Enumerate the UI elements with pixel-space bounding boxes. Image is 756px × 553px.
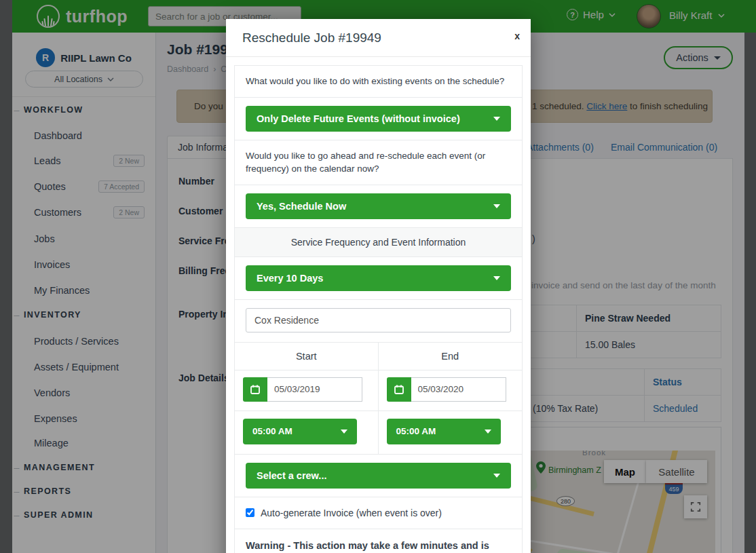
question-existing-events: What would you like to do with existing … [235, 66, 522, 97]
caret-down-icon [341, 430, 347, 434]
modal-title: Reschedule Job #19949 [242, 31, 381, 45]
calendar-icon [250, 384, 261, 395]
calendar-icon [394, 384, 404, 395]
start-date-calendar-button[interactable] [243, 377, 267, 402]
caret-down-icon [493, 276, 500, 280]
start-time-dropdown[interactable]: 05:00 AM [243, 419, 357, 444]
caret-down-icon [493, 204, 500, 208]
caret-down-icon [493, 117, 500, 121]
end-date-input[interactable] [411, 377, 506, 402]
crew-dropdown[interactable]: Select a crew... [246, 463, 511, 489]
end-column-header: End [379, 343, 523, 370]
caret-down-icon [485, 430, 491, 434]
frequency-dropdown[interactable]: Every 10 Days [246, 265, 511, 291]
close-icon[interactable]: x [514, 31, 520, 41]
warning-text: Warning - This action may take a few min… [235, 529, 522, 553]
event-name-input[interactable] [246, 308, 511, 332]
start-date-input[interactable] [267, 377, 362, 402]
auto-generate-invoice-checkbox[interactable] [246, 508, 254, 517]
modal-body: What would you like to do with existing … [234, 65, 523, 553]
caret-down-icon [493, 474, 500, 478]
start-column-header: Start [235, 343, 379, 370]
section-header-service-frequency: Service Frequency and Event Information [235, 228, 522, 257]
schedule-now-dropdown[interactable]: Yes, Schedule Now [246, 193, 511, 219]
existing-events-dropdown[interactable]: Only Delete Future Events (without invoi… [246, 106, 511, 132]
app-window: turfhop ? Help Billy Kraft R RIIPL Lawn … [0, 0, 756, 553]
end-time-dropdown[interactable]: 05:00 AM [387, 419, 501, 444]
question-reschedule: Would you like to go ahead and re-schedu… [235, 140, 522, 185]
auto-generate-invoice-label: Auto-generate Invoice (when event is ove… [261, 508, 442, 518]
modal-header: Reschedule Job #19949 x [226, 19, 531, 57]
reschedule-job-modal: Reschedule Job #19949 x What would you l… [226, 19, 531, 553]
end-date-calendar-button[interactable] [387, 377, 411, 402]
